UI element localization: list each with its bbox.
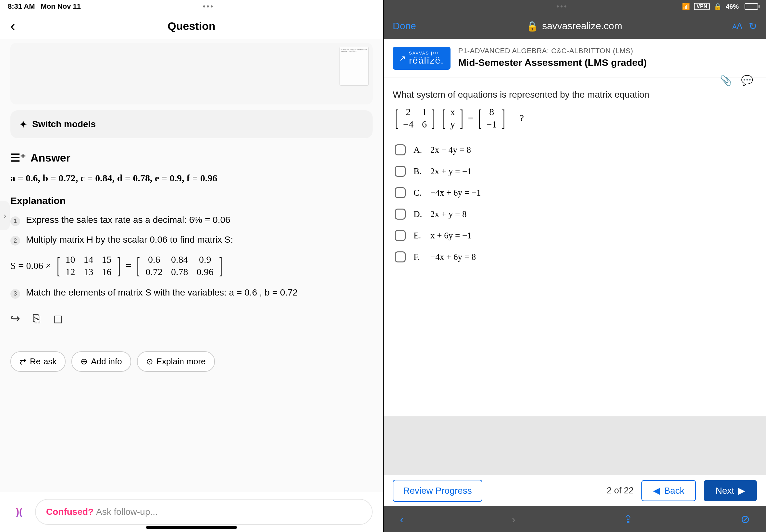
- followup-input[interactable]: Confused? Ask follow-up...: [35, 499, 372, 525]
- choice-text: x + 6y = −1: [431, 231, 472, 241]
- equals-sign: =: [468, 113, 474, 124]
- wifi-icon: 📶: [682, 3, 690, 10]
- reask-chip[interactable]: ⇄Re-ask: [10, 351, 66, 372]
- step-text: Multiply matrix H by the scalar 0.06 to …: [26, 235, 233, 245]
- app-logo-icon[interactable]: )(: [10, 503, 28, 521]
- answer-choice[interactable]: E.x + 6y = −1: [393, 225, 757, 246]
- chip-label: Explain more: [156, 357, 206, 367]
- browser-forward-icon: ›: [512, 513, 515, 526]
- back-chevron-icon[interactable]: ‹: [10, 18, 15, 34]
- plus-icon: ⊕: [80, 357, 88, 367]
- empty-gray-area: [384, 417, 766, 475]
- multitask-dots-icon[interactable]: •••: [203, 2, 214, 11]
- url-text[interactable]: savvasrealize.com: [542, 20, 622, 31]
- home-indicator[interactable]: [146, 526, 237, 529]
- explanation-step-2: 2 Multiply matrix H by the scalar 0.06 t…: [10, 235, 372, 246]
- vpn-badge: VPN: [694, 3, 710, 10]
- done-button[interactable]: Done: [393, 20, 416, 31]
- matrix-equation: S = 0.06 × [ 101214131516 ] = [ 0.60.720…: [10, 252, 372, 279]
- step-number: 3: [10, 289, 20, 299]
- safari-icon[interactable]: ⊘: [741, 513, 750, 526]
- external-link-icon: ↗: [399, 54, 406, 63]
- equals-sign: =: [126, 260, 131, 271]
- step-text: Match the elements of matrix S with the …: [26, 287, 298, 298]
- choice-text: −4x + 6y = 8: [431, 252, 476, 262]
- left-header: ‹ Question: [0, 13, 383, 39]
- side-drawer-handle[interactable]: ›: [0, 201, 10, 230]
- answer-choice[interactable]: C.−4x + 6y = −1: [393, 182, 757, 203]
- answer-choice[interactable]: B.2x + y = −1: [393, 161, 757, 182]
- choice-text: −4x + 6y = −1: [431, 188, 481, 198]
- realize-badge[interactable]: ↗ SAVVAS |••• rëälïzë.: [393, 47, 451, 70]
- answer-choice[interactable]: A.2x − 4y = 8: [393, 139, 757, 161]
- share-icon[interactable]: ↪: [10, 312, 20, 325]
- question-thumbnail: The local scholarly III, represent the s…: [339, 47, 369, 86]
- assessment-title: Mid-Semester Assessment (LMS graded): [458, 57, 647, 68]
- back-button[interactable]: ◀Back: [641, 480, 696, 501]
- orientation-lock-icon: 🔒: [714, 3, 722, 10]
- add-info-chip[interactable]: ⊕Add info: [71, 351, 131, 372]
- checkbox[interactable]: [395, 230, 406, 241]
- reload-icon[interactable]: ↻: [749, 20, 757, 32]
- switch-models-label: Switch models: [32, 119, 96, 129]
- step-number: 1: [10, 216, 20, 226]
- choice-letter: A.: [414, 145, 423, 155]
- question-matrix: [2−416] [xy] = [8−1] ?: [393, 104, 757, 131]
- text-size-button[interactable]: AAAA: [732, 21, 742, 31]
- answer-text: a = 0.6, b = 0.72, c = 0.84, d = 0.78, e…: [10, 173, 372, 184]
- checkbox[interactable]: [395, 187, 406, 198]
- choice-text: 2x + y = −1: [431, 166, 472, 176]
- checkbox[interactable]: [395, 166, 406, 177]
- followup-placeholder: Ask follow-up...: [96, 507, 158, 517]
- answer-choice[interactable]: F.−4x + 6y = 8: [393, 246, 757, 268]
- multitask-dots-icon[interactable]: •••: [557, 2, 568, 11]
- choice-letter: C.: [414, 188, 423, 198]
- review-progress-button[interactable]: Review Progress: [393, 480, 482, 502]
- status-bar-left: 8:31 AM Mon Nov 11 •••: [0, 0, 383, 13]
- lock-icon: 🔒: [526, 20, 538, 32]
- question-image-card[interactable]: The local scholarly III, represent the s…: [10, 43, 372, 104]
- choice-letter: E.: [414, 231, 423, 241]
- explanation-step-1: 1 Express the sales tax rate as a decima…: [10, 215, 372, 226]
- step-text: Express the sales tax rate as a decimal:…: [26, 215, 230, 225]
- status-date: Mon Nov 11: [41, 2, 81, 11]
- status-time: 8:31 AM: [8, 2, 35, 11]
- triangle-right-icon: ▶: [738, 485, 745, 496]
- explanation-heading: Explanation: [10, 195, 372, 206]
- comment-icon[interactable]: 💬: [741, 75, 753, 86]
- sparkle-icon: ✦: [19, 119, 27, 130]
- question-mark: ?: [520, 113, 524, 124]
- list-icon: ☰⁺: [10, 151, 26, 164]
- safari-toolbar: ‹ › ⇪ ⊘: [384, 506, 766, 532]
- next-button[interactable]: Next▶: [704, 480, 757, 501]
- choice-letter: F.: [414, 252, 423, 262]
- assessment-footer: Review Progress 2 of 22 ◀Back Next▶: [384, 475, 766, 506]
- explain-more-chip[interactable]: ⊙Explain more: [137, 351, 215, 372]
- breadcrumb[interactable]: P1-ADVANCED ALGEBRA: C&C-ALBRITTON (LMS): [458, 47, 647, 55]
- battery-icon: [743, 3, 758, 10]
- triangle-left-icon: ◀: [653, 485, 660, 496]
- checkbox[interactable]: [395, 144, 406, 155]
- checkbox[interactable]: [395, 251, 406, 262]
- choice-text: 2x − 4y = 8: [431, 145, 471, 155]
- status-bar-right: ••• 📶 VPN 🔒 46%: [384, 0, 766, 13]
- realize-header: ↗ SAVVAS |••• rëälïzë. P1-ADVANCED ALGEB…: [384, 39, 766, 78]
- checkbox[interactable]: [395, 209, 406, 220]
- refresh-icon: ⇄: [19, 357, 27, 367]
- share-icon[interactable]: ⇪: [624, 513, 633, 526]
- choice-letter: D.: [414, 209, 423, 219]
- matrix-prefix: S = 0.06 ×: [10, 260, 51, 271]
- badge-small-text: SAVVAS |•••: [409, 51, 444, 55]
- battery-percent: 46%: [726, 3, 739, 10]
- browser-back-icon[interactable]: ‹: [400, 513, 404, 526]
- switch-models-button[interactable]: ✦ Switch models: [10, 110, 372, 138]
- bookmark-icon[interactable]: ◻: [53, 312, 63, 325]
- answer-heading-label: Answer: [30, 151, 70, 164]
- copy-icon[interactable]: ⎘: [33, 312, 40, 325]
- chip-label: Re-ask: [30, 357, 56, 367]
- attachment-icon[interactable]: 📎: [720, 75, 732, 86]
- step-number: 2: [10, 236, 20, 246]
- answer-choice[interactable]: D.2x + y = 8: [393, 203, 757, 225]
- badge-big-text: rëälïzë.: [409, 55, 444, 66]
- followup-confused-label: Confused?: [46, 507, 96, 517]
